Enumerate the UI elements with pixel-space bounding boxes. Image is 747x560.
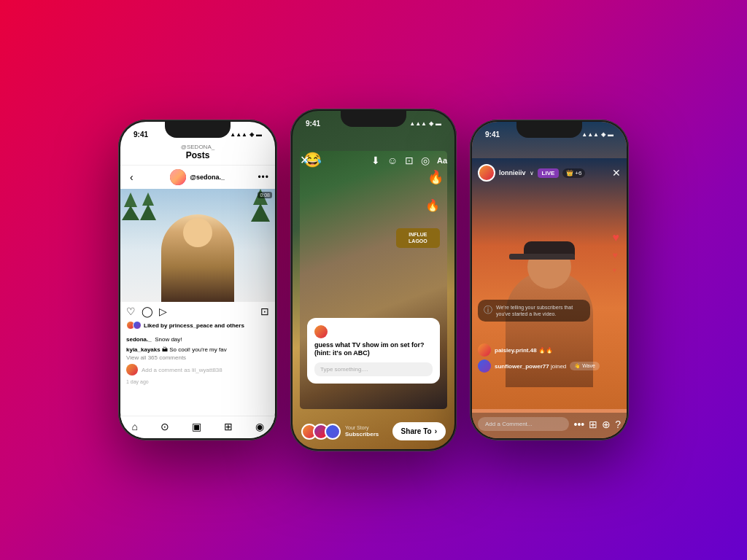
- battery-icon-2: ▬: [436, 120, 441, 127]
- live-question-icon[interactable]: ?: [615, 419, 621, 430]
- live-chevron-icon: ∨: [530, 170, 534, 176]
- live-avatar[interactable]: [478, 164, 495, 182]
- comment-2-text: sunflower_power77 joined: [495, 363, 566, 370]
- status-bar-2: 9:41 ▲▲▲ ◈ ▬: [293, 111, 454, 131]
- commenter-name: kyia_kayaks: [126, 346, 160, 353]
- post-person: [161, 214, 234, 302]
- download-icon[interactable]: ⬇: [371, 155, 380, 166]
- like-icon[interactable]: ♡: [126, 306, 136, 317]
- live-top-bar: lonnieiiv ∨ LIVE 👑 +6 ✕: [472, 142, 627, 185]
- live-viewers: 👑 +6: [562, 168, 585, 178]
- story-top-icons: ⬇ ☺ ⊡ ◎ Aa: [371, 155, 447, 166]
- status-icons-3: ▲▲▲ ◈ ▬: [581, 131, 614, 138]
- back-arrow-icon[interactable]: ‹: [126, 171, 137, 183]
- live-bottom-bar: Add a Comment... ••• ⊞ ⊕ ?: [472, 413, 627, 438]
- comment-emoji: 🏔: [162, 346, 169, 353]
- post-image: 0:08: [120, 189, 275, 302]
- post-time-ago: 1 day ago: [120, 378, 275, 386]
- like-avatars: [126, 321, 142, 330]
- commenter-avatar-1: [478, 343, 491, 357]
- question-input[interactable]: Type something....: [314, 362, 433, 376]
- caption-user: sedona._: [126, 336, 152, 343]
- post-avatar[interactable]: [170, 169, 186, 185]
- share-to-button[interactable]: Share To ›: [392, 422, 446, 440]
- more-options-icon[interactable]: •••: [258, 172, 269, 182]
- home-nav-icon[interactable]: ⌂: [131, 421, 137, 432]
- question-text: guess what TV show im on set for? (hint:…: [314, 341, 433, 358]
- story-dest-1: Your Story: [345, 425, 379, 430]
- emoji-sticker-3: 🔥: [425, 198, 440, 212]
- story-dest-2: Subscribers: [345, 431, 379, 438]
- story-top-bar: ✕ ⬇ ☺ ⊡ ◎ Aa: [293, 131, 454, 171]
- wifi-icon-2: ◈: [429, 120, 433, 127]
- emoji-icon[interactable]: ☺: [387, 155, 398, 166]
- post-header: ‹ @sedona._ •••: [120, 166, 275, 189]
- heart-icon-2: ♥: [613, 250, 620, 260]
- wifi-icon: ◈: [249, 131, 254, 138]
- question-avatar: [314, 325, 328, 338]
- live-comment-bar: Add a Comment... ••• ⊞ ⊕ ?: [478, 417, 621, 431]
- story-close-icon[interactable]: ✕: [300, 153, 309, 167]
- live-dots-icon[interactable]: •••: [573, 419, 584, 430]
- time-1: 9:41: [133, 131, 148, 139]
- live-user-info: lonnieiiv ∨ LIVE 👑 +6: [478, 164, 585, 182]
- notification-text: We're telling your subscribers that you'…: [496, 304, 584, 317]
- battery-icon-3: ▬: [608, 131, 614, 138]
- heart-icon-1: ♥: [613, 231, 620, 244]
- story-avatar-3[interactable]: [325, 424, 341, 440]
- post-user-info: @sedona._: [170, 169, 225, 185]
- battery-icon: ▬: [256, 131, 262, 138]
- shop-nav-icon[interactable]: ⊞: [224, 421, 233, 432]
- share-icon[interactable]: ▷: [159, 306, 167, 317]
- time-3: 9:41: [485, 131, 500, 139]
- story-bottom: Your Story Subscribers Share To ›: [293, 416, 454, 449]
- post-likes: Liked by princess_peace and others: [120, 321, 275, 330]
- story-sign: INFLUE LAGOO: [396, 228, 440, 248]
- commenter-avatar: [126, 364, 138, 376]
- signal-icon-3: ▲▲▲: [581, 131, 599, 138]
- live-notification: ⓘ We're telling your subscribers that yo…: [478, 300, 590, 322]
- add-comment-placeholder[interactable]: Add a comment as lil_wyatt838: [142, 367, 222, 373]
- info-icon: ⓘ: [484, 304, 492, 316]
- live-hearts: ♥ ♥ ♥: [613, 231, 620, 274]
- status-icons-2: ▲▲▲ ◈ ▬: [409, 120, 441, 127]
- signal-icon: ▲▲▲: [230, 131, 247, 138]
- signal-icon-2: ▲▲▲: [409, 120, 427, 127]
- live-person-icon[interactable]: ⊕: [602, 419, 611, 430]
- view-comments-link[interactable]: View all 365 comments: [120, 354, 275, 362]
- link-icon[interactable]: ⊡: [405, 155, 414, 166]
- comment-body: So cool! you're my fav: [169, 346, 226, 353]
- phone-live: 9:41 ▲▲▲ ◈ ▬ lonnieiiv ∨ LIVE 👑 +6: [470, 120, 629, 440]
- live-add-person-icon[interactable]: ⊞: [589, 419, 597, 430]
- comment-icon[interactable]: ◯: [142, 306, 153, 317]
- search-nav-icon[interactable]: ⊙: [160, 421, 169, 432]
- add-comment-row: Add a comment as lil_wyatt838: [120, 362, 275, 378]
- phones-container: 9:41 ▲▲▲ ◈ ▬ @SEDONA_ Posts ‹: [104, 94, 643, 466]
- profile-nav-icon[interactable]: ◉: [255, 421, 264, 432]
- live-action-icons: ••• ⊞ ⊕ ?: [573, 419, 621, 430]
- live-badge: LIVE: [538, 168, 560, 178]
- crown-icon: 👑: [566, 170, 573, 176]
- text-icon[interactable]: Aa: [437, 156, 447, 165]
- wave-button[interactable]: 👋 Wave: [570, 362, 600, 370]
- live-comment-input[interactable]: Add a Comment...: [478, 417, 569, 431]
- mute-icon[interactable]: ◎: [421, 155, 430, 166]
- live-username: lonnieiiv: [499, 169, 526, 176]
- live-comment-2: sunflower_power77 joined 👋 Wave: [478, 359, 621, 373]
- live-comments: paisley.print.48 🔥🔥 sunflower_power77 jo…: [478, 343, 621, 373]
- status-bar-3: 9:41 ▲▲▲ ◈ ▬: [472, 122, 627, 142]
- live-comment-1: paisley.print.48 🔥🔥: [478, 343, 621, 357]
- notch: [165, 122, 231, 138]
- bottom-nav: ⌂ ⊙ ▣ ⊞ ◉: [120, 416, 275, 438]
- video-timer: 0:08: [258, 192, 272, 198]
- reels-nav-icon[interactable]: ▣: [192, 421, 201, 432]
- heart-icon-3: ♥: [613, 266, 620, 274]
- live-close-icon[interactable]: ✕: [612, 167, 621, 179]
- left-actions: ♡ ◯ ▷: [126, 306, 167, 317]
- post-comment: kyia_kayaks 🏔 So cool! you're my fav: [120, 346, 275, 354]
- header-title: Posts: [120, 150, 275, 160]
- save-icon[interactable]: ⊡: [260, 306, 269, 317]
- likes-text: Liked by princess_peace and others: [144, 322, 244, 329]
- share-chevron-icon: ›: [435, 427, 437, 435]
- wifi-icon-3: ◈: [601, 131, 605, 138]
